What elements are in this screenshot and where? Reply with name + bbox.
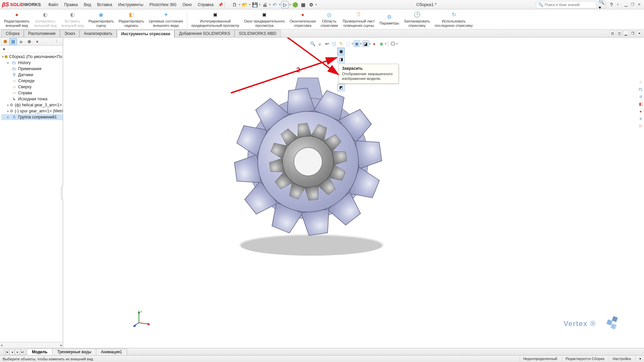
zoom-area-icon[interactable]: ⌕ [316, 40, 323, 47]
menu-edit[interactable]: Правка [61, 1, 81, 8]
close-icon[interactable]: ✕ [637, 2, 642, 7]
tree-item-history[interactable]: ▸🗀History [1, 60, 63, 66]
tree-tab-config-icon[interactable]: ▦ [9, 38, 17, 45]
taskpane-props-icon[interactable]: ≡ [637, 115, 644, 122]
graphics-viewport[interactable]: 🔍 ⌕ ↩ ◫ ✎ ⬚▾ ▣▾ ◪▾ ● ◉▾ 🖵▾ ▣ ◨ ◩ Закраси… [63, 38, 644, 348]
taskpane-forum-icon[interactable]: ⚐ [637, 123, 644, 130]
doc-close-icon[interactable]: ✕ [637, 31, 642, 36]
tab-layout[interactable]: Расположение [24, 30, 60, 37]
view-orient-icon[interactable]: ⬚ [345, 40, 351, 47]
bottom-tab-model[interactable]: Модель [27, 349, 52, 355]
doc-ctrl-1-icon[interactable]: ⊟ [610, 31, 615, 36]
tree-item-sensors[interactable]: ⚲Датчики [1, 72, 63, 78]
zoom-fit-icon[interactable]: 🔍 [309, 40, 316, 47]
scene-icon[interactable]: ◉ [378, 40, 385, 47]
prev-view-icon[interactable]: ↩ [324, 40, 330, 47]
tree-tab-feature-icon[interactable]: ⬣ [1, 38, 9, 45]
tab-nav-next-icon[interactable]: ▸ [15, 349, 20, 355]
tab-assembly[interactable]: Сборка [1, 30, 24, 37]
ribbon-final-render[interactable]: ●Окончательная отрисовка [288, 10, 318, 28]
tree-item-mates[interactable]: ▸⎘Группа сопряжений1 [1, 114, 63, 120]
menu-items: Файл Правка Вид Вставка Инструменты Phot… [46, 1, 216, 8]
restore-icon[interactable]: ❐ [630, 2, 635, 7]
doc-max-icon[interactable]: ❐ [630, 31, 635, 36]
tree-tab-appearance-icon[interactable]: ● [34, 38, 41, 45]
status-customize[interactable]: Настройка [609, 357, 631, 361]
tree-item-top[interactable]: ▱Сверху [1, 84, 63, 90]
orientation-triad[interactable]: Y [132, 309, 151, 329]
undo-icon[interactable]: ↶ [271, 1, 279, 8]
panel-scrollbar[interactable]: ◂▸ [0, 342, 63, 348]
save-icon[interactable]: 💾 [251, 1, 258, 8]
view-settings-icon[interactable]: 🖵 [389, 40, 396, 47]
dyn-edit-icon[interactable]: ✎ [338, 40, 344, 47]
select-icon[interactable]: ▷ [281, 1, 289, 8]
expand-arrow-icon[interactable]: 〉 [54, 38, 61, 45]
ribbon-options[interactable]: ⚙Параметры [378, 12, 401, 26]
tab-addins[interactable]: Добавления SOLIDWORKS [175, 30, 235, 37]
taskpane-appearance-icon[interactable]: ● [637, 108, 644, 115]
hide-show-icon[interactable]: ◪ [362, 40, 369, 47]
search-input[interactable] [545, 3, 594, 7]
options-icon[interactable]: ⚙ [307, 1, 315, 8]
tab-mbd[interactable]: SOLIDWORKS MBD [235, 30, 281, 37]
help-icon[interactable]: ? [608, 1, 615, 8]
status-dropdown-icon[interactable]: ▾ [636, 357, 641, 361]
print-icon[interactable]: 🖨 [261, 1, 268, 8]
ribbon-integrated-preview[interactable]: ◙Интегрированный предварительный просмот… [189, 10, 241, 28]
pin-icon[interactable]: 📌 [218, 2, 223, 7]
section-view-icon[interactable]: ◫ [331, 40, 337, 47]
minimize-icon[interactable]: ▁ [623, 2, 629, 7]
ribbon-edit-scene[interactable]: ◉Редактировать сцену [86, 10, 116, 28]
ribbon-preview-window[interactable]: ◙Окно предварительного просмотра [242, 10, 287, 28]
open-icon[interactable]: 📂 [241, 1, 248, 8]
taskpane-library-icon[interactable]: 🗀 [637, 86, 644, 93]
ribbon-edit-decal[interactable]: ◧Редактировать надпись [116, 10, 146, 28]
menu-insert[interactable]: Вставка [94, 1, 115, 8]
doc-min-icon[interactable]: ▁ [623, 31, 629, 36]
tab-nav-last-icon[interactable]: ▸| [20, 349, 26, 355]
tree-filter[interactable]: ▼ [0, 46, 63, 53]
ribbon-reuse-last-render[interactable]: ↻Использовать последнюю отрисовку [433, 10, 475, 28]
display-style-icon[interactable]: ▣ [353, 40, 360, 47]
taskpane-home-icon[interactable]: ⌂ [637, 79, 644, 85]
tree-root[interactable]: ▾⬣Сборка1 (По умолчанию<По умолчанию>) [1, 54, 63, 60]
layout-icon[interactable]: ▦ [299, 1, 307, 8]
new-icon[interactable]: 🗋 [231, 1, 238, 8]
tree-item-annotations[interactable]: 🗀Примечания [1, 66, 63, 72]
tree-item-front[interactable]: ▱Спереди [1, 78, 63, 84]
tree-tab-prop-icon[interactable]: ⎄ [17, 38, 25, 45]
menu-file[interactable]: Файл [46, 1, 61, 8]
menu-view[interactable]: Вид [81, 1, 94, 8]
tab-evaluate[interactable]: Анализировать [80, 30, 117, 37]
menu-window[interactable]: Окно [180, 1, 194, 8]
tree-item-right[interactable]: ▱Справа [1, 90, 63, 96]
tab-nav-first-icon[interactable]: |◂ [4, 349, 9, 355]
tree-item-origin[interactable]: ↳Исходная точка [1, 96, 63, 102]
menu-help[interactable]: Справка [195, 1, 216, 8]
rebuild-icon[interactable]: 🟢 [291, 1, 299, 8]
ribbon-schedule-render[interactable]: 🕒Запланировать отрисовку [402, 10, 432, 28]
ribbon-target-states[interactable]: ✦Целевые состояния внешнего вида [147, 10, 185, 28]
flyout-shaded-edges-icon[interactable]: ▣ [337, 48, 345, 55]
doc-ctrl-2-icon[interactable]: ◫ [616, 31, 622, 36]
ribbon-lighting-proof[interactable]: ⠿Проверочный лист освещения сцены [341, 10, 377, 28]
search-dropdown-icon[interactable]: 🔍▾ [598, 1, 606, 8]
tree-item-spur-gear[interactable]: ▸⚙(-) spur gear_am<1> (Metric) [1, 108, 63, 114]
appearance-icon[interactable]: ● [371, 40, 378, 47]
heads-up-toolbar: 🔍 ⌕ ↩ ◫ ✎ ⬚▾ ▣▾ ◪▾ ● ◉▾ 🖵▾ [309, 40, 398, 48]
ribbon-edit-appearance[interactable]: ●Редактировать внешний вид [2, 10, 32, 28]
bottom-tab-animation1[interactable]: Анимация1 [96, 349, 127, 355]
ribbon-render-region[interactable]: ◎Область отрисовки [318, 10, 340, 28]
search-box[interactable]: 🔍 [536, 1, 596, 8]
menu-tools[interactable]: Инструменты [115, 1, 146, 8]
tab-render-tools[interactable]: Инструменты отрисовки [117, 30, 175, 38]
tree-item-helical-gear[interactable]: ▸⚙(ф) helical gear_3_am<1> (Metric) [1, 102, 63, 108]
tab-sketch[interactable]: Эскиз [60, 30, 80, 37]
tree-tab-origin-icon[interactable]: ⊕ [26, 38, 33, 45]
bottom-tab-3d-views[interactable]: Трехмерные виды [52, 349, 96, 355]
tab-nav-prev-icon[interactable]: ◂ [9, 349, 15, 355]
taskpane-view-icon[interactable]: ◧ [637, 101, 644, 107]
menu-photoview[interactable]: PhotoView 360 [147, 1, 179, 8]
taskpane-explorer-icon[interactable]: ⎚ [637, 93, 644, 100]
